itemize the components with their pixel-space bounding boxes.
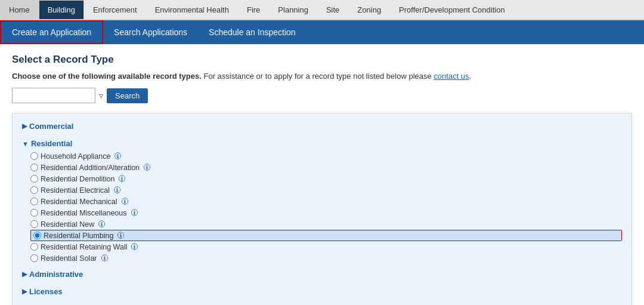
expand-arrow-icon: ▶ — [22, 288, 27, 295]
top-nav-tab-environmental-health[interactable]: Environmental Health — [146, 0, 238, 19]
record-radio-residential-electrical[interactable] — [30, 186, 38, 194]
record-radio-residential-demolition[interactable] — [30, 175, 38, 183]
record-radio-residential-miscellaneous[interactable] — [30, 209, 38, 217]
info-icon[interactable]: 🛈 — [114, 152, 122, 161]
info-icon[interactable]: 🛈 — [143, 163, 151, 172]
record-label[interactable]: Residential Electrical — [41, 186, 110, 195]
record-label[interactable]: Residential Plumbing — [44, 232, 113, 240]
record-item: Residential Demolition🛈 — [30, 173, 622, 184]
description-strong: Choose one of the following available re… — [12, 72, 202, 81]
search-input[interactable] — [12, 88, 95, 103]
category-section-residential: ▼ResidentialHousehold Appliance🛈Resident… — [22, 137, 622, 264]
record-item: Residential Mechanical🛈 — [30, 196, 622, 207]
top-nav-tab-zoning[interactable]: Zoning — [348, 0, 390, 19]
record-radio-residential-addition/alteration[interactable] — [30, 164, 38, 171]
category-header-administrative[interactable]: ▶Administrative — [22, 267, 622, 281]
record-radio-residential-plumbing[interactable] — [33, 232, 41, 239]
contact-link[interactable]: contact us — [434, 72, 469, 81]
info-icon[interactable]: 🛈 — [121, 197, 129, 206]
record-label[interactable]: Residential Miscellaneous — [41, 209, 127, 217]
top-nav-tab-home[interactable]: Home — [0, 0, 39, 19]
category-header-licenses[interactable]: ▶Licenses — [22, 285, 622, 298]
record-item: Household Appliance🛈 — [30, 150, 622, 162]
category-name: Licenses — [29, 287, 63, 296]
category-header-residential[interactable]: ▼Residential — [22, 137, 622, 150]
record-label[interactable]: Household Appliance — [41, 152, 110, 161]
record-item: Residential New🛈 — [30, 218, 622, 230]
info-icon[interactable]: 🛈 — [113, 186, 121, 195]
category-section-administrative: ▶Administrative — [22, 267, 622, 281]
category-name: Residential — [31, 139, 72, 148]
search-row: ▿ Search — [12, 88, 632, 103]
info-icon[interactable]: 🛈 — [131, 242, 138, 251]
sub-nav: Create an ApplicationSearch Applications… — [0, 20, 644, 44]
record-item: Residential Retaining Wall🛈 — [30, 241, 622, 252]
category-header-elevator[interactable]: ▶Elevator — [22, 302, 622, 305]
record-label[interactable]: Residential Solar — [41, 254, 97, 263]
record-radio-household-appliance[interactable] — [30, 152, 38, 160]
top-nav-tab-building[interactable]: Building — [39, 0, 84, 19]
record-item: Residential Plumbing🛈 — [30, 230, 622, 241]
record-label[interactable]: Residential Addition/Alteration — [41, 164, 140, 172]
sub-nav-item-schedule-an-inspection[interactable]: Schedule an Inspection — [198, 20, 306, 44]
category-section-elevator: ▶Elevator — [22, 302, 622, 305]
record-label[interactable]: Residential Retaining Wall — [41, 243, 127, 251]
top-nav-tab-planning[interactable]: Planning — [269, 0, 317, 19]
category-section-licenses: ▶Licenses — [22, 285, 622, 298]
category-header-commercial[interactable]: ▶Commercial — [22, 119, 622, 133]
main-content: Select a Record Type Choose one of the f… — [0, 44, 644, 305]
record-radio-residential-mechanical[interactable] — [30, 198, 38, 205]
category-name: Administrative — [29, 270, 83, 279]
top-nav-tab-site[interactable]: Site — [317, 0, 348, 19]
sub-nav-item-search-applications[interactable]: Search Applications — [103, 20, 198, 44]
record-label[interactable]: Residential Demolition — [41, 175, 114, 183]
category-section-commercial: ▶Commercial — [22, 119, 622, 133]
category-name: Commercial — [29, 122, 73, 131]
info-icon[interactable]: 🛈 — [101, 254, 109, 263]
search-button[interactable]: Search — [107, 88, 148, 103]
record-item: Residential Electrical🛈 — [30, 184, 622, 196]
info-icon[interactable]: 🛈 — [98, 220, 106, 229]
record-radio-residential-retaining-wall[interactable] — [30, 243, 38, 251]
info-icon[interactable]: 🛈 — [118, 174, 126, 183]
description-suffix: For assistance or to apply for a record … — [202, 72, 471, 81]
page-title: Select a Record Type — [12, 54, 632, 66]
collapse-arrow-icon: ▼ — [22, 140, 29, 147]
expand-arrow-icon: ▶ — [22, 270, 27, 278]
sub-nav-item-create-an-application[interactable]: Create an Application — [0, 20, 103, 44]
record-label[interactable]: Residential Mechanical — [41, 198, 117, 206]
record-list-container: ▶Commercial▼ResidentialHousehold Applian… — [12, 113, 632, 305]
top-nav-tab-fire[interactable]: Fire — [238, 0, 269, 19]
record-item: Residential Addition/Alteration🛈 — [30, 162, 622, 173]
top-nav: HomeBuildingEnforcementEnvironmental Hea… — [0, 0, 644, 20]
record-item: Residential Solar🛈 — [30, 252, 622, 264]
description: Choose one of the following available re… — [12, 72, 632, 81]
expand-arrow-icon: ▶ — [22, 122, 27, 130]
record-items-residential: Household Appliance🛈Residential Addition… — [22, 150, 622, 264]
record-item: Residential Miscellaneous🛈 — [30, 207, 622, 218]
top-nav-tab-proffer/development-condition[interactable]: Proffer/Development Condition — [390, 0, 514, 19]
top-nav-tab-enforcement[interactable]: Enforcement — [84, 0, 146, 19]
record-radio-residential-solar[interactable] — [30, 254, 38, 262]
record-label[interactable]: Residential New — [41, 220, 94, 229]
info-icon[interactable]: 🛈 — [131, 208, 138, 217]
filter-icon[interactable]: ▿ — [99, 91, 103, 100]
record-radio-residential-new[interactable] — [30, 220, 38, 228]
info-icon[interactable]: 🛈 — [117, 231, 125, 240]
